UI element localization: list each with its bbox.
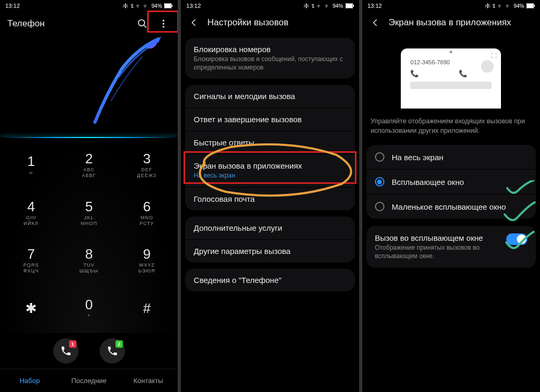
call-sim2-button[interactable]: 2 [100,338,125,364]
row-title: Быстрые ответы [194,138,346,147]
svg-rect-1 [165,4,171,8]
preview-notch [450,51,452,53]
sim2-badge: 2 [115,340,123,348]
screen3-body: ⛶ 012-3456-7890 📞 📞 Управляйте отображен… [362,33,540,392]
svg-rect-12 [527,4,533,8]
radio-mini-popup[interactable]: Маленькое всплывающее окно [367,194,536,219]
settings-group-about: Сведения о "Телефоне" [185,269,354,291]
row-block-numbers[interactable]: Блокировка номеров Блокировка вызовов и … [185,38,354,79]
bottom-tabs: Набор Последние Контакты [0,369,178,392]
row-quick-replies[interactable]: Быстрые ответы [185,131,354,154]
phone-screen-call-display: 13:12 ✻ ⇅ ᯤ ᯤ 94% Экран вызова в приложе… [362,0,540,392]
row-title: Голосовая почта [194,194,346,203]
status-icons: ✻ ⇅ ᯤ ᯤ [123,3,149,9]
row-supplementary[interactable]: Дополнительные услуги [185,217,354,239]
radio-icon [375,202,384,211]
tab-recent[interactable]: Последние [59,369,118,392]
row-title: Дополнительные услуги [194,223,346,232]
switch-on[interactable] [506,233,527,245]
status-time: 13:12 [368,3,382,9]
call-button-row: 1 2 [0,333,178,369]
toggle-keep-popup[interactable]: Вызов во всплывающем окне Отображение пр… [367,226,536,268]
row-ringtones[interactable]: Сигналы и мелодии вызова [185,85,354,107]
key-star[interactable]: ✱ [2,285,60,332]
row-answer-end[interactable]: Ответ и завершение вызовов [185,107,354,131]
preview-avatar [481,60,494,73]
radio-group: На весь экран Всплывающее окно Маленькое… [367,145,536,219]
settings-body: Блокировка номеров Блокировка вызовов и … [181,33,359,392]
row-call-display-apps[interactable]: Экран вызова в приложениях На весь экран [185,154,354,187]
settings-group-main: Сигналы и мелодии вызова Ответ и заверше… [185,85,354,210]
tab-contacts[interactable]: Контакты [119,369,178,392]
preview-call-icons: 📞 📞 [410,70,491,77]
app-title: Телефон [7,18,45,29]
status-right: ✻ ⇅ ᯤ ᯤ 94% [304,3,353,9]
back-icon[interactable] [370,17,381,28]
battery-text: 94% [333,3,343,9]
battery-text: 94% [151,3,162,9]
key-2[interactable]: 2ABCАБВГ [60,141,118,189]
page-title: Экран вызова в приложениях [389,17,512,28]
app-header: Телефон [0,12,178,33]
settings-group-block: Блокировка номеров Блокировка вызовов и … [185,38,354,79]
battery-icon [526,3,535,8]
key-0[interactable]: 0+ [60,285,118,332]
svg-rect-10 [353,5,354,7]
radio-popup[interactable]: Всплывающее окно [367,169,536,194]
row-other-call-settings[interactable]: Другие параметры вызова [185,239,354,262]
row-about-phone[interactable]: Сведения о "Телефоне" [185,269,354,291]
toggle-subtitle: Отображение принятых вызовов во всплываю… [375,244,491,260]
key-3[interactable]: 3DEFДЕЁЖЗ [118,141,176,189]
row-voicemail[interactable]: Голосовая почта [185,187,354,210]
row-subtitle: Блокировка вызовов и сообщений, поступаю… [194,55,346,72]
toggle-title: Вызов во всплывающем окне [375,233,491,242]
row-subtitle: На весь экран [194,172,346,180]
key-6[interactable]: 6MNOРСТУ [118,189,176,237]
key-4[interactable]: 4GHIИЙКЛ [2,189,60,237]
key-8[interactable]: 8TUVШЩЪЫ [60,237,118,285]
battery-text: 94% [514,3,524,9]
status-bar: 13:12 ✻ ⇅ ᯤ ᯤ 94% [0,0,178,12]
row-title: Ответ и завершение вызовов [194,115,346,124]
phone-screen-dialer: 13:12 ✻ ⇅ ᯤ ᯤ 94% Телефон [0,0,178,392]
svg-point-5 [163,20,165,22]
call-sim1-button[interactable]: 1 [53,338,79,364]
svg-rect-9 [346,4,352,8]
row-title: Другие параметры вызова [194,247,346,256]
status-time: 13:12 [5,3,20,9]
wallpaper-area [0,33,178,138]
description-text: Управляйте отображением входящих вызовов… [362,117,540,140]
radio-icon [375,152,384,162]
feather-decoration [0,33,178,138]
battery-icon [164,3,172,8]
status-bar: 13:12 ✻ ⇅ ᯤ ᯤ 94% [362,0,540,12]
key-5[interactable]: 5JKLМНОП [60,189,118,237]
svg-rect-2 [171,5,172,7]
preview-illustration: ⛶ 012-3456-7890 📞 📞 [401,48,501,109]
key-1[interactable]: 1∞ [2,141,60,189]
battery-icon [345,3,354,8]
more-icon[interactable] [157,17,170,31]
header-actions [136,17,170,31]
preview-answer-icon: 📞 [410,70,419,77]
radio-label: Маленькое всплывающее окно [392,202,506,211]
status-time: 13:12 [186,3,201,9]
back-icon[interactable] [188,17,200,28]
status-icons: ✻ ⇅ ᯤ ᯤ [304,3,330,9]
search-icon[interactable] [136,17,149,31]
row-title: Экран вызова в приложениях [194,161,346,170]
radio-label: Всплывающее окно [392,178,464,187]
key-7[interactable]: 7PQRSФХЦЧ [2,237,60,285]
svg-line-4 [144,25,147,28]
toggle-text: Вызов во всплывающем окне Отображение пр… [375,233,491,260]
radio-fullscreen[interactable]: На весь экран [367,145,536,169]
radio-label: На весь экран [392,153,443,162]
settings-header: Настройки вызовов [181,12,359,33]
row-title: Сведения о "Телефоне" [194,276,346,285]
key-9[interactable]: 9WXYZЬЭЮЯ [118,237,176,285]
key-hash[interactable]: # [118,285,176,332]
tab-dial[interactable]: Набор [0,369,59,392]
svg-point-6 [163,23,165,24]
sim1-badge: 1 [69,340,76,348]
svg-point-7 [163,26,165,27]
